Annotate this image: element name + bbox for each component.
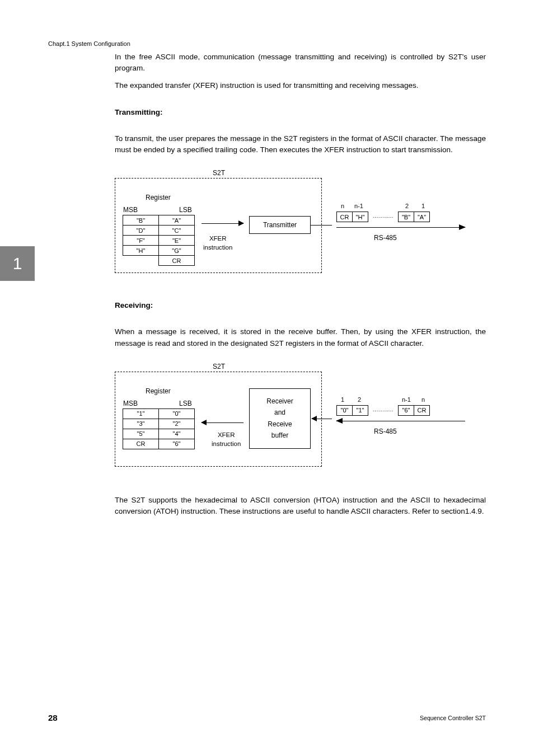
xfer-label-tx: XFERinstruction xyxy=(203,234,232,252)
rx-idx-n1: n-1 xyxy=(402,396,411,403)
msb-label-rx: MSB xyxy=(123,400,138,407)
rs485-rx-arrow xyxy=(336,421,465,421)
lsb-label: LSB xyxy=(179,206,192,214)
arrow-to-transmitter xyxy=(202,223,243,224)
transmitter-box: Transmitter xyxy=(249,216,311,234)
s2t-box-label-rx: S2T xyxy=(213,363,225,370)
arrow-from-receiver xyxy=(202,422,243,423)
footer-text: Sequence Controller S2T xyxy=(420,715,486,721)
rx-idx-2: 2 xyxy=(358,396,361,403)
tx-idx-2: 2 xyxy=(405,203,409,209)
diagram-receiving: S2T Register MSB LSB "1""0" "3""2" "5""4… xyxy=(115,360,486,472)
tx-register-table: "B""A" "D""C" "F""E" "H""G" CR xyxy=(123,215,195,266)
lsb-label-rx: LSB xyxy=(179,400,192,407)
paragraph-intro-2: The expanded transfer (XFER) instruction… xyxy=(115,80,486,91)
tx-idx-n: n xyxy=(341,203,344,209)
register-label: Register xyxy=(146,194,171,201)
msb-label: MSB xyxy=(123,206,138,214)
paragraph-receiving: When a message is received, it is stored… xyxy=(115,326,486,349)
tx-idx-1: 1 xyxy=(421,203,425,209)
register-label-rx: Register xyxy=(146,387,171,395)
diagram-transmitting: S2T Register MSB LSB "B""A" "D""C" "F""E… xyxy=(115,167,486,279)
rs485-rx-label: RS-485 xyxy=(374,428,397,435)
heading-transmitting: Transmitting: xyxy=(115,108,486,116)
paragraph-intro-1: In the free ASCII mode, communication (m… xyxy=(115,51,486,74)
xfer-label-rx: XFERinstruction xyxy=(212,430,241,448)
side-chapter-tab: 1 xyxy=(0,246,35,281)
paragraph-conversion: The S2T supports the hexadecimal to ASCI… xyxy=(115,495,486,518)
paragraph-transmitting: To transmit, the user prepares the messa… xyxy=(115,133,486,156)
rs485-tx-label: RS-485 xyxy=(374,234,397,242)
s2t-box-label: S2T xyxy=(213,169,225,177)
tx-idx-n1: n-1 xyxy=(354,203,363,209)
heading-receiving: Receiving: xyxy=(115,301,486,309)
conn-line-tx xyxy=(311,225,332,226)
page-content: In the free ASCII mode, communication (m… xyxy=(115,51,486,523)
rx-idx-n: n xyxy=(421,396,425,403)
rx-stream-table: "0" "1" ---------- "6" CR xyxy=(336,405,430,416)
rx-idx-1: 1 xyxy=(341,396,344,403)
receiver-box: Receiver and Receive buffer xyxy=(249,388,311,449)
rs485-tx-arrow xyxy=(336,227,465,228)
rx-register-table: "1""0" "3""2" "5""4" CR"6" xyxy=(123,408,195,449)
chapter-header: Chapt.1 System Configuration xyxy=(48,40,130,47)
page-number: 28 xyxy=(48,713,58,722)
tx-stream-table: CR "H" ---------- "B" "A" xyxy=(336,212,430,222)
conn-line-rx xyxy=(312,419,332,419)
